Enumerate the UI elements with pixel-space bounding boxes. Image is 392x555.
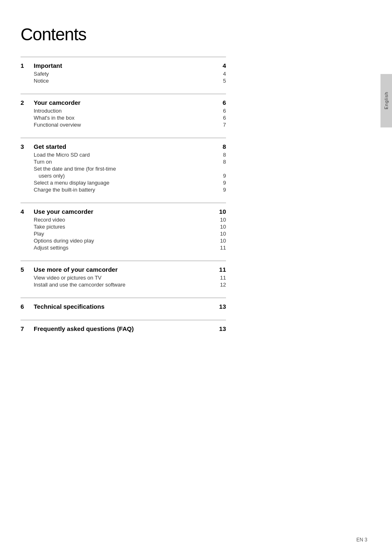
toc-section-6: 6Technical specifications13	[21, 298, 226, 310]
sub-item-title: Charge the built-in battery	[34, 187, 214, 193]
sub-item-page: 9	[214, 180, 226, 186]
sub-item-title: Play	[34, 231, 214, 237]
sub-item-title: Load the Micro SD card	[34, 152, 214, 158]
toc-section-5: 5Use more of your camcorder11View video …	[21, 261, 226, 288]
sub-item-page: 10	[214, 238, 226, 244]
sub-item-title: Safety	[34, 71, 214, 77]
section-number: 1	[21, 62, 29, 69]
section-title: Use more of your camcorder	[34, 266, 214, 273]
footer: EN 3	[356, 537, 367, 543]
sub-item-page: 6	[214, 115, 226, 121]
sub-item-title: View video or pictures on TV	[34, 275, 214, 281]
sub-item-title: Turn on	[34, 159, 214, 165]
toc-sub-item: Play10	[34, 231, 226, 237]
sub-item-title: Select a menu display language	[34, 180, 214, 186]
toc-divider	[21, 57, 226, 57]
toc-sub-item: Turn on8	[34, 159, 226, 165]
section-header-2: 2Your camcorder6	[21, 99, 226, 106]
main-content: Contents 1Important4Safety4Notice52Your …	[21, 25, 226, 342]
sub-item-page: 9	[214, 187, 226, 193]
toc-sub-item: Adjust settings11	[34, 245, 226, 251]
toc-sub-item: View video or pictures on TV11	[34, 275, 226, 281]
sub-item-page: 10	[214, 217, 226, 223]
toc-sub-items: Introduction6What's in the box6Functiona…	[21, 108, 226, 128]
toc-section-4: 4Use your camcorder10Record video10Take …	[21, 203, 226, 251]
sub-item-page: 8	[214, 152, 226, 158]
section-page: 4	[214, 62, 226, 69]
sub-item-page: 6	[214, 108, 226, 114]
sub-item-title: Notice	[34, 78, 214, 84]
section-title: Use your camcorder	[34, 208, 214, 215]
section-header-3: 3Get started8	[21, 143, 226, 150]
section-number: 4	[21, 208, 29, 215]
section-page: 13	[214, 303, 226, 310]
toc-sub-item: Install and use the camcorder software12	[34, 282, 226, 288]
section-number: 2	[21, 99, 29, 106]
sub-item-page: 5	[214, 78, 226, 84]
toc-section-2: 2Your camcorder6Introduction6What's in t…	[21, 94, 226, 128]
page-title: Contents	[21, 25, 226, 44]
section-title: Get started	[34, 143, 214, 150]
toc-divider	[21, 94, 226, 94]
toc-sub-item: Load the Micro SD card8	[34, 152, 226, 158]
toc-section-7: 7Frequently asked questions (FAQ)13	[21, 320, 226, 332]
toc-divider	[21, 298, 226, 298]
section-header-1: 1Important4	[21, 62, 226, 69]
toc-sub-items: Load the Micro SD card8Turn on8Set the d…	[21, 152, 226, 193]
toc-divider	[21, 320, 226, 320]
sub-item-page: 4	[214, 71, 226, 77]
section-header-5: 5Use more of your camcorder11	[21, 266, 226, 273]
section-header-6: 6Technical specifications13	[21, 303, 226, 310]
toc-divider	[21, 261, 226, 261]
sub-item-title: Install and use the camcorder software	[34, 282, 214, 288]
section-title: Your camcorder	[34, 99, 214, 106]
section-number: 5	[21, 266, 29, 273]
footer-text: EN 3	[356, 537, 367, 543]
toc-sub-item: Select a menu display language9	[34, 180, 226, 186]
sub-item-page	[214, 166, 226, 172]
sub-item-title: Take pictures	[34, 224, 214, 230]
section-page: 8	[214, 143, 226, 150]
section-number: 6	[21, 303, 29, 310]
sub-item-title: Adjust settings	[34, 245, 214, 251]
side-tab: English	[380, 74, 392, 127]
sub-item-page: 11	[214, 245, 226, 251]
toc-sub-item: Record video10	[34, 217, 226, 223]
sub-item-title: What's in the box	[34, 115, 214, 121]
toc-sub-items: Safety4Notice5	[21, 71, 226, 84]
toc-divider	[21, 203, 226, 203]
sub-item-title: Functional overview	[34, 122, 214, 128]
toc-sub-item: What's in the box6	[34, 115, 226, 121]
sub-item-page: 10	[214, 231, 226, 237]
toc-sub-item: Take pictures10	[34, 224, 226, 230]
section-title: Technical specifications	[34, 303, 214, 310]
section-page: 13	[214, 325, 226, 332]
section-page: 10	[214, 208, 226, 215]
section-header-4: 4Use your camcorder10	[21, 208, 226, 215]
toc-sub-item: Notice5	[34, 78, 226, 84]
section-title: Frequently asked questions (FAQ)	[34, 325, 214, 332]
toc-sub-item: Options during video play10	[34, 238, 226, 244]
toc-container: 1Important4Safety4Notice52Your camcorder…	[21, 57, 226, 332]
section-header-7: 7Frequently asked questions (FAQ)13	[21, 325, 226, 332]
sub-item-title: Record video	[34, 217, 214, 223]
sub-item-page: 11	[214, 275, 226, 281]
sub-item-page: 9	[214, 173, 226, 179]
section-title: Important	[34, 62, 214, 69]
toc-divider	[21, 138, 226, 138]
sub-item-title: Introduction	[34, 108, 214, 114]
sub-item-title: users only)	[34, 173, 214, 179]
section-number: 3	[21, 143, 29, 150]
toc-sub-item: Introduction6	[34, 108, 226, 114]
toc-section-1: 1Important4Safety4Notice5	[21, 57, 226, 84]
toc-sub-item: Functional overview7	[34, 122, 226, 128]
sub-item-page: 8	[214, 159, 226, 165]
sub-item-page: 7	[214, 122, 226, 128]
toc-sub-item: users only)9	[34, 173, 226, 179]
toc-sub-items: View video or pictures on TV11Install an…	[21, 275, 226, 288]
section-number: 7	[21, 325, 29, 332]
toc-section-3: 3Get started8Load the Micro SD card8Turn…	[21, 138, 226, 193]
section-page: 6	[214, 99, 226, 106]
side-tab-label: English	[384, 92, 389, 109]
sub-item-title: Options during video play	[34, 238, 214, 244]
